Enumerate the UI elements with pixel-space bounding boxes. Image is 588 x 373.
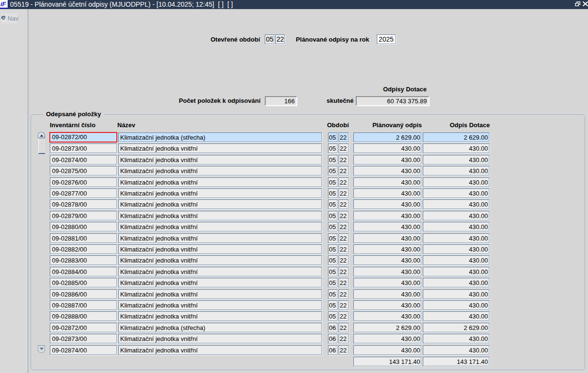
svg-text:iF: iF [0,0,7,8]
